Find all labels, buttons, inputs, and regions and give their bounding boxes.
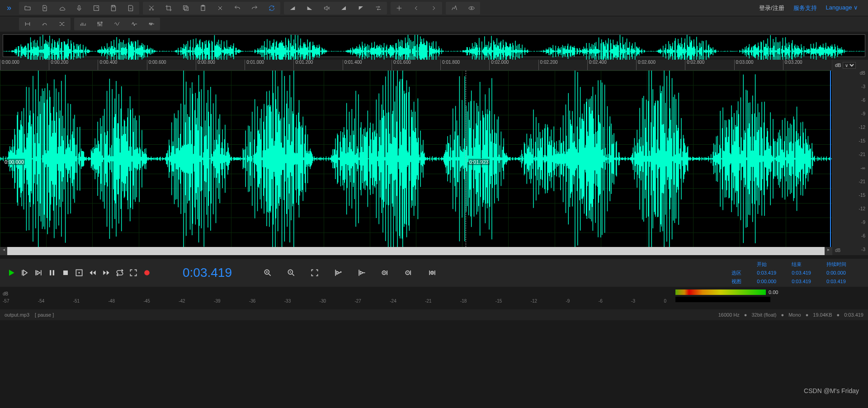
meter-db-label: dB	[3, 291, 8, 296]
status-samplerate: 16000 Hz	[718, 312, 740, 318]
export-icon[interactable]	[88, 2, 105, 14]
ruler-tick: 0:03.200	[783, 60, 802, 70]
ruler-tick: 0:03.000	[734, 60, 754, 70]
cut-icon[interactable]	[143, 2, 160, 14]
ruler-tick: 0:01.000	[245, 60, 264, 70]
language-link[interactable]: Language ∨	[826, 4, 858, 12]
status-duration: 0:03.419	[844, 312, 863, 318]
zoom-in-button[interactable]	[261, 266, 274, 280]
svg-rect-15	[53, 270, 54, 275]
volume-down-icon[interactable]	[353, 2, 370, 14]
status-channels: Mono	[788, 312, 801, 318]
svg-point-3	[149, 9, 151, 10]
view-icon[interactable]	[463, 2, 480, 14]
fade-out-icon[interactable]	[301, 2, 318, 14]
cloud-icon[interactable]	[53, 2, 71, 14]
svg-rect-0	[78, 5, 80, 9]
pause-button[interactable]	[45, 266, 59, 280]
waveform-view[interactable]: 0:00.000 0:01.923	[0, 71, 832, 247]
paste-icon[interactable]	[194, 2, 212, 14]
loop-region-icon[interactable]	[36, 18, 53, 30]
undo-icon[interactable]	[229, 2, 246, 14]
prev-marker-icon[interactable]	[408, 2, 425, 14]
copy-icon[interactable]	[177, 2, 194, 14]
play-selection-button[interactable]	[18, 266, 32, 280]
zoom-selection-in-button[interactable]	[331, 266, 345, 280]
add-marker-icon[interactable]	[391, 2, 408, 14]
zoom-left-in-button[interactable]	[378, 266, 392, 280]
ruler-tick: 0:00.400	[98, 60, 117, 70]
new-file-icon[interactable]	[36, 2, 53, 14]
zoom-left-out-button[interactable]	[402, 266, 415, 280]
selection-info: 开始结束持续时间 选区0:03.4190:03.4190:00.000 视图0:…	[723, 260, 863, 286]
save-as-icon[interactable]	[122, 2, 139, 14]
cursor-time-label: 0:01.923	[468, 159, 490, 165]
level-value: 0.00	[769, 289, 778, 295]
play-loop-button[interactable]	[32, 266, 45, 280]
main-toolbar: » 登录/注册 服务支持 Language ∨	[0, 0, 868, 16]
svg-rect-1	[94, 5, 99, 10]
fade-in-icon[interactable]	[284, 2, 301, 14]
ruler-tick: 0:01.600	[392, 60, 411, 70]
forward-button[interactable]	[99, 266, 113, 280]
expand-menu-icon[interactable]: »	[3, 2, 15, 14]
horizontal-scrollbar[interactable]: ◂ ▸	[0, 247, 832, 255]
ruler-tick: 0:01.400	[343, 60, 362, 70]
zoom-fit-button[interactable]	[308, 266, 321, 280]
stop-button[interactable]	[59, 266, 72, 280]
shuffle-icon[interactable]	[53, 18, 71, 30]
play-button[interactable]	[5, 266, 18, 280]
svg-point-19	[144, 270, 150, 275]
next-marker-icon[interactable]	[425, 2, 442, 14]
record-button[interactable]	[140, 266, 154, 280]
loop-button[interactable]	[113, 266, 127, 280]
login-link[interactable]: 登录/注册	[759, 4, 784, 12]
zoom-range-button[interactable]	[425, 266, 439, 280]
meter-scale: -57-54-51-48-45-42-39-36-33-30-27-24-21-…	[3, 299, 666, 307]
end-marker[interactable]	[830, 71, 831, 247]
open-file-icon[interactable]	[19, 2, 36, 14]
play-cursor[interactable]	[466, 71, 466, 247]
svg-rect-16	[63, 270, 68, 275]
main-waveform	[0, 71, 832, 247]
support-link[interactable]: 服务支持	[793, 4, 817, 12]
scroll-right-icon[interactable]: ▸	[825, 247, 832, 255]
mic-icon[interactable]	[71, 2, 88, 14]
ruler-tick: 0:02.200	[538, 60, 558, 70]
goto-start-button[interactable]	[72, 266, 86, 280]
overview-panel[interactable]	[3, 34, 865, 57]
frequency-icon[interactable]	[108, 18, 126, 30]
start-time-label: 0:00.000	[4, 159, 25, 165]
ruler-tick: 0:02.000	[489, 60, 509, 70]
delete-icon[interactable]	[212, 2, 229, 14]
mixer-icon[interactable]	[91, 18, 108, 30]
pulse-icon[interactable]	[126, 18, 143, 30]
status-bar: output.mp3 [ pause ] 16000 Hz● 32bit (fl…	[0, 309, 868, 320]
crop-icon[interactable]	[160, 2, 177, 14]
ruler-tick: 0:02.600	[636, 60, 656, 70]
level-meter	[675, 289, 766, 295]
ruler-tick: 0:00.200	[49, 60, 68, 70]
reverse-icon[interactable]	[370, 2, 387, 14]
scroll-track[interactable]	[7, 247, 825, 255]
spectrum-icon[interactable]	[446, 2, 463, 14]
mute-icon[interactable]	[318, 2, 335, 14]
range-select-icon[interactable]	[19, 18, 36, 30]
zoom-out-button[interactable]	[284, 266, 298, 280]
svg-rect-6	[184, 5, 187, 9]
redo-icon[interactable]	[246, 2, 263, 14]
waveform-icon[interactable]	[143, 18, 160, 30]
status-filename: output.mp3	[5, 312, 29, 318]
rewind-button[interactable]	[86, 266, 99, 280]
zoom-selection-out-button[interactable]	[355, 266, 368, 280]
ruler-tick: 0:02.800	[685, 60, 704, 70]
refresh-icon[interactable]	[263, 2, 280, 14]
fullscreen-button[interactable]	[127, 266, 140, 280]
scroll-left-icon[interactable]: ◂	[0, 247, 7, 255]
eq-bars-icon[interactable]	[74, 18, 91, 30]
time-ruler[interactable]: 0:00.0000:00.2000:00.4000:00.6000:00.800…	[0, 60, 832, 71]
volume-up-icon[interactable]	[335, 2, 353, 14]
status-playstate: [ pause ]	[35, 312, 54, 318]
svg-rect-5	[184, 7, 188, 10]
save-icon[interactable]	[105, 2, 122, 14]
